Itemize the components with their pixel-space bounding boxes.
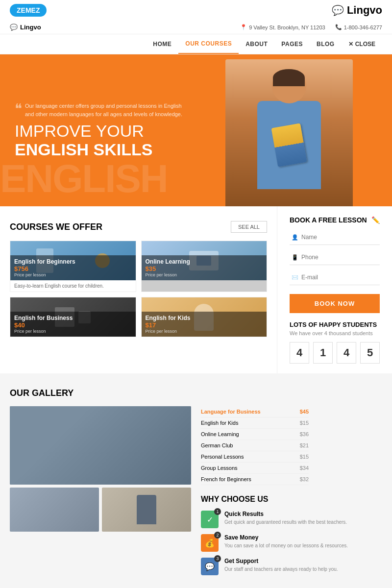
booking-form[interactable]: 👤 📱 ✉️ BOOK NOW <box>290 230 380 321</box>
name-input[interactable] <box>290 230 380 245</box>
zemez-logo: ZEMEZ <box>10 4 47 17</box>
phone-input-icon: 📱 <box>292 254 298 261</box>
why-number-1: 1 <box>214 508 221 515</box>
course-card-beginners[interactable]: English for Beginners $756 Price per les… <box>10 241 136 292</box>
hero-student-image <box>225 59 353 206</box>
header-chat-icon: 💬 <box>10 24 18 31</box>
phone-input-wrap: 📱 <box>290 250 380 270</box>
course-img-online: Online Learning $35 Price per lesson <box>142 241 267 280</box>
main-content-area: COURSES WE OFFER SEE ALL English for Beg… <box>0 206 392 373</box>
why-item-3: 💬 3 Get Support Our staff and teachers a… <box>201 558 382 575</box>
gallery-thumb-1 <box>10 488 99 532</box>
courses-header: COURSES WE OFFER SEE ALL <box>10 221 267 233</box>
pricing-table: Language for Business $45 English for Ki… <box>201 406 309 485</box>
pricing-row-1: English for Kids $15 <box>201 417 309 429</box>
hero-content: ❝ Our language center offers group and p… <box>0 87 206 173</box>
course-overlay-1: English for Beginners $756 Price per les… <box>10 255 136 280</box>
why-title: WHY CHOOSE US <box>201 495 382 504</box>
email-input[interactable] <box>290 270 380 285</box>
nav-blog[interactable]: BLOG <box>310 35 342 53</box>
gallery-thumbnails <box>10 488 191 532</box>
stats-title: LOTS OF HAPPY STUDENTS <box>290 321 380 328</box>
why-item-2: 💰 2 Save Money You can save a lot of mon… <box>201 534 382 552</box>
lingvo-brand: 💬 Lingvo <box>332 4 382 17</box>
why-choose-section: WHY CHOOSE US ✓ 1 Quick Results Get quic… <box>201 495 382 575</box>
stat-digit-3: 4 <box>337 342 356 364</box>
nav-about[interactable]: ABOUT <box>239 35 274 53</box>
why-number-2: 2 <box>214 532 221 539</box>
nav-home[interactable]: HOME <box>146 35 178 53</box>
course-desc-1: Easy-to-learn English course for childre… <box>10 280 136 292</box>
lingvo-chat-icon: 💬 <box>332 4 344 16</box>
hero-quote: ❝ Our language center offers group and p… <box>15 102 191 118</box>
location-icon: 📍 <box>240 24 247 30</box>
stat-digit-1: 4 <box>290 342 309 364</box>
course-card-online[interactable]: Online Learning $35 Price per lesson <box>141 241 268 292</box>
see-all-button[interactable]: SEE ALL <box>231 221 267 233</box>
why-text-3: Get Support Our staff and teachers are a… <box>224 558 338 573</box>
phone-input[interactable] <box>290 250 380 265</box>
hero-title: IMPROVE YOUR ENGLISH SKILLS <box>15 122 191 159</box>
courses-section: COURSES WE OFFER SEE ALL English for Beg… <box>0 206 277 373</box>
stat-digit-2: 1 <box>313 342 333 364</box>
nav-close-button[interactable]: ✕ CLOSE <box>342 35 382 53</box>
header-logo: 💬 Lingvo <box>10 24 41 31</box>
get-support-icon: 💬 3 <box>201 558 219 575</box>
courses-grid: English for Beginners $756 Price per les… <box>10 241 267 337</box>
gallery-section: OUR GALLERY Language for Bu <box>0 373 392 588</box>
booking-section: BOOK A FREE LESSON ✏️ 👤 📱 ✉️ BOOK NOW LO… <box>277 206 392 373</box>
course-img-business: English for Business $40 Price per lesso… <box>10 297 136 337</box>
why-number-3: 3 <box>214 555 221 562</box>
course-overlay-3: English for Business $40 Price per lesso… <box>10 312 136 337</box>
course-img-beginners: English for Beginners $756 Price per les… <box>10 241 136 280</box>
email-icon: ✉️ <box>292 274 298 281</box>
phone-info: 📞 1-800-346-6277 <box>335 24 382 30</box>
gallery-title: OUR GALLERY <box>10 388 382 398</box>
courses-title: COURSES WE OFFER <box>10 222 102 232</box>
pricing-row-6: French for Beginners $32 <box>201 474 309 485</box>
nav-pages[interactable]: PAGES <box>274 35 310 53</box>
hero-title-bold: ENGLISH SKILLS <box>15 140 152 159</box>
gallery-grid <box>10 406 191 581</box>
phone-icon: 📞 <box>335 24 342 30</box>
course-overlay-4: English for Kids $17 Price per lesson <box>142 312 267 337</box>
course-card-business[interactable]: English for Business $40 Price per lesso… <box>10 297 136 337</box>
site-header: 💬 Lingvo 📍 9 Valley St. Brooklyn, NY 112… <box>0 21 392 34</box>
stat-digit-4: 5 <box>360 342 380 364</box>
book-now-button[interactable]: BOOK NOW <box>290 294 380 313</box>
booking-title: BOOK A FREE LESSON ✏️ <box>290 216 380 224</box>
pricing-row-2: Online Learning $36 <box>201 429 309 440</box>
nav-bar: HOME OUR COURSES ABOUT PAGES BLOG ✕ CLOS… <box>0 34 392 54</box>
name-input-wrap: 👤 <box>290 230 380 250</box>
why-item-1: ✓ 1 Quick Results Get quick and guarante… <box>201 511 382 528</box>
quote-mark-icon: ❝ <box>15 102 22 116</box>
person-icon: 👤 <box>292 234 298 241</box>
gallery-main-image <box>10 406 191 485</box>
stats-subtitle: We have over 4 thousand students <box>290 330 380 336</box>
address-info: 📍 9 Valley St. Brooklyn, NY 11203 <box>240 24 325 30</box>
gallery-layout: Language for Business $45 English for Ki… <box>10 406 382 581</box>
why-text-2: Save Money You can save a lot of money o… <box>224 534 348 549</box>
right-column: Language for Business $45 English for Ki… <box>201 406 382 581</box>
hero-section: ❝ Our language center offers group and p… <box>0 54 392 206</box>
stats-numbers: 4 1 4 5 <box>290 342 380 364</box>
pricing-row-5: Group Lessons $34 <box>201 463 309 474</box>
course-img-kids: English for Kids $17 Price per lesson <box>142 297 267 337</box>
pricing-row-4: Personal Lessons $15 <box>201 451 309 463</box>
quick-results-icon: ✓ 1 <box>201 511 219 528</box>
course-card-kids[interactable]: English for Kids $17 Price per lesson <box>141 297 268 337</box>
nav-our-courses[interactable]: OUR COURSES <box>178 34 239 54</box>
pricing-row-3: German Club $21 <box>201 440 309 451</box>
gallery-thumb-2 <box>102 488 191 532</box>
close-x-icon: ✕ <box>348 41 353 48</box>
header-contact: 📍 9 Valley St. Brooklyn, NY 11203 📞 1-80… <box>240 24 382 30</box>
course-overlay-2: Online Learning $35 Price per lesson <box>142 255 267 280</box>
brand-bar: ZEMEZ 💬 Lingvo <box>0 0 392 21</box>
edit-icon: ✏️ <box>371 216 380 224</box>
email-input-wrap: ✉️ <box>290 270 380 290</box>
pricing-row-0: Language for Business $45 <box>201 406 309 417</box>
why-text-1: Quick Results Get quick and guaranteed r… <box>224 511 347 526</box>
save-money-icon: 💰 2 <box>201 534 219 552</box>
